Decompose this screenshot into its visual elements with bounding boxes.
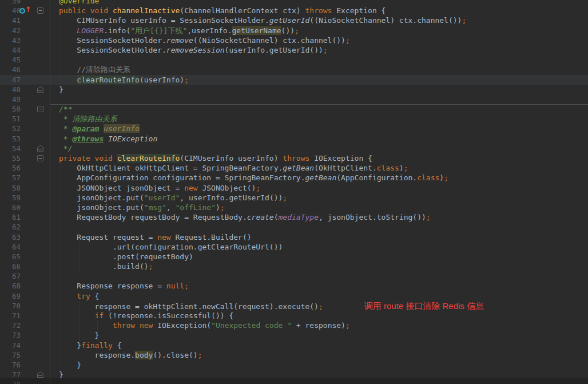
editor-gutter[interactable]: 72	[0, 320, 50, 330]
code-line[interactable]: 65 .post(requestBody)	[0, 252, 588, 262]
line-number[interactable]: 45	[3, 55, 21, 65]
code-line-text[interactable]: }	[50, 330, 588, 340]
code-line[interactable]: 62	[0, 222, 588, 232]
code-line-text[interactable]: }	[50, 85, 588, 94]
code-line[interactable]: 43 SessionSocketHolder.remove((NioSocket…	[0, 35, 588, 45]
code-line-text[interactable]: OkHttpClient okHttpClient = SpringBeanFa…	[50, 163, 588, 173]
editor-gutter[interactable]: 49	[0, 94, 50, 104]
line-number[interactable]: 60	[3, 203, 21, 212]
code-line[interactable]: 73 }	[0, 330, 588, 340]
code-line-text[interactable]	[50, 94, 588, 104]
code-line[interactable]: 48}	[0, 85, 588, 94]
editor-gutter[interactable]: 65	[0, 252, 50, 262]
code-line-text[interactable]: jsonObject.put("userId", userInfo.getUse…	[50, 193, 588, 203]
fold-collapse-icon[interactable]	[37, 106, 43, 112]
line-number[interactable]: 52	[3, 124, 21, 133]
code-line[interactable]: 72 throw new IOException("Unexpected cod…	[0, 320, 588, 330]
code-line[interactable]: 50/**	[0, 104, 588, 114]
editor-gutter[interactable]: 75	[0, 350, 50, 360]
line-number[interactable]: 69	[3, 291, 21, 301]
code-line[interactable]: 70 response = okHttpClient.newCall(reque…	[0, 301, 588, 311]
code-line[interactable]: 49	[0, 94, 588, 104]
code-line[interactable]: 60 jsonObject.put("msg", "offLine");	[0, 203, 588, 212]
line-number[interactable]: 46	[3, 65, 21, 74]
editor-gutter[interactable]: 48	[0, 85, 50, 94]
editor-gutter[interactable]: 41	[0, 15, 50, 25]
code-line-text[interactable]: throw new IOException("Unexpected code "…	[50, 320, 588, 330]
editor-gutter[interactable]: 61	[0, 212, 50, 222]
editor-gutter[interactable]: 71	[0, 311, 50, 320]
code-line[interactable]: 61 RequestBody requestBody = RequestBody…	[0, 212, 588, 222]
line-number[interactable]: 40	[3, 6, 21, 15]
line-number[interactable]: 64	[3, 242, 21, 252]
editor-gutter[interactable]: 64	[0, 242, 50, 252]
code-line[interactable]: 63 Request request = new Request.Builder…	[0, 232, 588, 242]
line-number[interactable]: 67	[3, 271, 21, 281]
code-line-text[interactable]: }	[50, 360, 588, 370]
line-number[interactable]: 58	[3, 183, 21, 193]
code-line[interactable]: 57 AppConfiguration configuration = Spri…	[0, 173, 588, 183]
editor-gutter[interactable]: 69	[0, 291, 50, 301]
code-line[interactable]: 46 //清除路由关系	[0, 65, 588, 74]
editor-gutter[interactable]: 40↑	[0, 6, 50, 15]
code-line[interactable]: 58 JSONObject jsonObject = new JSONObjec…	[0, 183, 588, 193]
code-line-text[interactable]: CIMUserInfo userInfo = SessionSocketHold…	[50, 15, 588, 25]
line-number[interactable]: 72	[3, 320, 21, 330]
code-line-text[interactable]: public void channelInactive(ChannelHandl…	[50, 6, 588, 15]
editor-gutter[interactable]: 68	[0, 281, 50, 291]
code-line-text[interactable]: JSONObject jsonObject = new JSONObject()…	[50, 183, 588, 193]
editor-gutter[interactable]: 70	[0, 301, 50, 311]
line-number[interactable]: 49	[3, 94, 21, 104]
editor-gutter[interactable]: 67	[0, 271, 50, 281]
editor-gutter[interactable]: 46	[0, 65, 50, 74]
line-number[interactable]: 42	[3, 26, 21, 35]
editor-gutter[interactable]: 45	[0, 55, 50, 65]
code-line[interactable]: 64 .url(configuration.getClearRouteUrl()…	[0, 242, 588, 252]
code-line[interactable]: 40↑public void channelInactive(ChannelHa…	[0, 6, 588, 15]
code-line-text[interactable]: .url(configuration.getClearRouteUrl())	[50, 242, 588, 252]
code-line-text[interactable]: response.body().close();	[50, 350, 588, 360]
editor-gutter[interactable]: 76	[0, 360, 50, 370]
editor-gutter[interactable]: 57	[0, 173, 50, 183]
code-line[interactable]: 41 CIMUserInfo userInfo = SessionSocketH…	[0, 15, 588, 25]
editor-gutter[interactable]: 52	[0, 124, 50, 133]
code-line[interactable]: 44 SessionSocketHolder.removeSession(use…	[0, 45, 588, 55]
line-number[interactable]: 71	[3, 311, 21, 320]
line-number[interactable]: 61	[3, 212, 21, 222]
line-number[interactable]: 56	[3, 163, 21, 173]
code-line-text[interactable]: SessionSocketHolder.remove((NioSocketCha…	[50, 35, 588, 45]
code-line-text[interactable]: LOGGER.info("用户[{}]下线",userInfo.getUserN…	[50, 26, 588, 35]
code-line-text[interactable]: response = okHttpClient.newCall(request)…	[50, 301, 588, 311]
editor-gutter[interactable]: 62	[0, 222, 50, 232]
code-line[interactable]: 75 response.body().close();	[0, 350, 588, 360]
editor-gutter[interactable]: 59	[0, 193, 50, 203]
code-line[interactable]: 69 try {	[0, 291, 588, 301]
line-number[interactable]: 44	[3, 45, 21, 55]
line-number[interactable]: 68	[3, 281, 21, 291]
line-number[interactable]: 53	[3, 134, 21, 144]
code-line[interactable]: 74 }finally {	[0, 341, 588, 350]
line-number[interactable]: 74	[3, 341, 21, 350]
line-number[interactable]: 48	[3, 85, 21, 94]
editor-gutter[interactable]: 51	[0, 114, 50, 124]
code-line[interactable]: 52 * @param userInfo	[0, 124, 588, 133]
editor-gutter[interactable]: 43	[0, 35, 50, 45]
editor-gutter[interactable]: 54	[0, 144, 50, 153]
code-line[interactable]: 51 * 清除路由关系	[0, 114, 588, 124]
line-number[interactable]: 76	[3, 360, 21, 370]
code-line-text[interactable]: Response response = null;	[50, 281, 588, 291]
line-number[interactable]: 73	[3, 330, 21, 340]
editor-gutter[interactable]: 73	[0, 330, 50, 340]
editor-gutter[interactable]: 66	[0, 262, 50, 271]
code-line-text[interactable]: clearRouteInfo(userInfo);	[50, 75, 588, 85]
code-line[interactable]: 71 if (!response.isSuccessful()) {	[0, 311, 588, 320]
code-line[interactable]: 56 OkHttpClient okHttpClient = SpringBea…	[0, 163, 588, 173]
code-line[interactable]: 54 */	[0, 144, 588, 153]
fold-collapse-icon[interactable]	[37, 155, 43, 161]
editor-gutter[interactable]: 53	[0, 134, 50, 144]
code-line-text[interactable]: */	[50, 144, 588, 153]
line-number[interactable]: 51	[3, 114, 21, 124]
editor-gutter[interactable]: 56	[0, 163, 50, 173]
editor-gutter[interactable]: 42	[0, 26, 50, 35]
code-line-text[interactable]: @Override	[50, 0, 588, 6]
